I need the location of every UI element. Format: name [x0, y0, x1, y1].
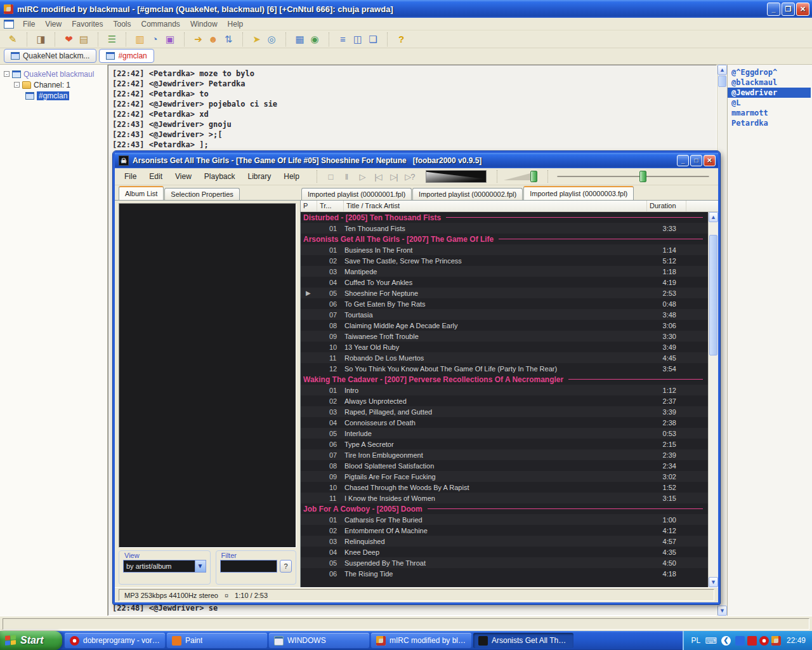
track-row[interactable]: ▶ 07 Tourtasia 3:48	[301, 309, 708, 320]
track-row[interactable]: ▶ 01 Business In The Front 1:14	[301, 244, 708, 255]
close-button[interactable]: ✕	[796, 3, 809, 16]
scroll-down-icon[interactable]: ▼	[709, 577, 718, 587]
toolbar-icon[interactable]	[55, 32, 76, 46]
toolbar-icon[interactable]	[126, 32, 147, 46]
tray-icon[interactable]	[771, 636, 781, 646]
user-row[interactable]: @Jewdriver	[728, 88, 811, 98]
playlist-rows[interactable]: Disturbed - [2005] Ten Thousand Fists ▶ …	[301, 212, 708, 587]
track-row[interactable]: ▶ 11 Robando De Los Muertos 4:45	[301, 352, 708, 363]
column-duration[interactable]: Duration	[647, 201, 686, 211]
taskbar-task-button[interactable]: mIRC modified by bla...	[371, 633, 471, 648]
userlist[interactable]: @^Eggdrop^ @blackmaul @Jewdriver @L mmar…	[727, 65, 812, 616]
track-row[interactable]: ▶ 11 I Know the Insides of Women 3:15	[301, 493, 708, 503]
scroll-down-icon[interactable]: ▼	[717, 606, 727, 616]
taskbar-task-button[interactable]: WINDOWS	[269, 633, 369, 648]
transport-button[interactable]	[403, 170, 417, 183]
track-row[interactable]: ▶ 07 Tire Iron Emblugeonment 2:39	[301, 449, 708, 460]
minimize-button[interactable]: _	[767, 3, 780, 16]
track-row[interactable]: ▶ 05 Interlude 0:53	[301, 428, 708, 439]
volume-slider[interactable]	[497, 170, 537, 183]
user-row[interactable]: @^Eggdrop^	[731, 67, 812, 77]
user-row[interactable]: Petardka	[731, 118, 812, 128]
column-title[interactable]: Title / Track Artist	[344, 201, 647, 211]
menu-item[interactable]: Commands	[136, 18, 185, 30]
panel-tab[interactable]: Selection Properties	[164, 188, 239, 200]
mirc-titlebar[interactable]: mIRC modified by blackmaul - [#gmclan (Q…	[0, 0, 812, 18]
track-row[interactable]: ▶ 06 The Rising Tide 4:18	[301, 568, 708, 579]
minimize-button[interactable]: _	[677, 155, 689, 166]
menu-item[interactable]: Tools	[108, 18, 136, 30]
toolbar-icon[interactable]	[285, 32, 307, 46]
taskbar-task-button[interactable]: Arsonists Get All The ...	[473, 633, 573, 648]
transport-button[interactable]	[339, 170, 353, 183]
track-row[interactable]: ▶ 02 Save The Castle, Screw The Princess…	[301, 255, 708, 266]
toolbar-icon[interactable]	[387, 32, 409, 46]
track-row[interactable]: ▶ 10 Chased Through the Woods By A Rapis…	[301, 482, 708, 493]
tray-icon[interactable]	[759, 636, 769, 646]
restore-button[interactable]: ❐	[782, 3, 795, 16]
tree-channelgroup-row[interactable]: - Channel: 1	[4, 79, 106, 90]
playlist-scrollbar[interactable]: ▲ ▼	[708, 212, 718, 587]
transport-button[interactable]	[371, 170, 385, 183]
close-button[interactable]: ✕	[704, 155, 716, 166]
filter-input[interactable]	[220, 560, 277, 573]
tree-server-row[interactable]: - QuakeNet blackmaul	[4, 69, 106, 79]
track-row[interactable]: ▶ 05 Suspended By The Throat 4:50	[301, 557, 708, 568]
track-row[interactable]: ▶ 09 Taiwanese Troft Trouble 3:30	[301, 331, 708, 342]
tray-icon[interactable]	[747, 636, 757, 646]
track-row[interactable]: ▶ 12 So You Think You Know About The Gam…	[301, 363, 708, 374]
track-row[interactable]: ▶ 04 Connoisseurs of Death 2:38	[301, 417, 708, 428]
track-row[interactable]: ▶ 02 Always Unprotected 2:37	[301, 395, 708, 406]
track-row[interactable]: ▶ 09 Pigtails Are For Face Fucking 3:02	[301, 471, 708, 482]
album-group-header[interactable]: Disturbed - [2005] Ten Thousand Fists	[301, 212, 708, 223]
clock[interactable]: 22:49	[787, 636, 806, 645]
track-row[interactable]: ▶ 03 Mantipede 1:18	[301, 266, 708, 277]
track-row[interactable]: ▶ 06 Type A Secretor 2:15	[301, 439, 708, 449]
track-row[interactable]: ▶ 06 To Get Eaten By The Rats 0:48	[301, 298, 708, 309]
toolbar-icon[interactable]	[5, 32, 20, 46]
album-group-header[interactable]: Job For A Cowboy - [2005] Doom	[301, 503, 708, 514]
track-row[interactable]: ▶ 04 Cuffed To Your Ankles 4:19	[301, 277, 708, 288]
transport-button[interactable]	[324, 170, 337, 183]
volume-thumb[interactable]	[530, 171, 537, 182]
playlist-tab[interactable]: Imported playlist (00000001.fpl)	[301, 188, 412, 200]
tray-icon[interactable]	[735, 636, 745, 646]
toolbar-icon[interactable]	[98, 32, 119, 46]
scroll-up-icon[interactable]: ▲	[709, 212, 718, 222]
track-row[interactable]: ▶ 01 Intro 1:12	[301, 385, 708, 395]
track-row[interactable]: ▶ 01 Ten Thousand Fists 3:33	[301, 223, 708, 234]
scroll-up-icon[interactable]: ▲	[717, 65, 727, 75]
collapse-icon[interactable]: -	[14, 82, 20, 88]
track-row[interactable]: ▶ 03 Raped, Pillaged, and Gutted 3:39	[301, 406, 708, 417]
menu-item[interactable]: File	[18, 18, 40, 30]
user-row[interactable]: mmarmott	[731, 108, 812, 118]
menu-item[interactable]: Window	[185, 18, 223, 30]
toolbar-icon[interactable]	[242, 32, 264, 46]
toolbar-icon[interactable]	[27, 32, 48, 46]
transport-button[interactable]	[387, 170, 401, 183]
scrollbar-thumb[interactable]	[718, 76, 726, 87]
user-row[interactable]: @blackmaul	[731, 77, 812, 88]
maximize-button[interactable]: □	[690, 155, 702, 166]
transport-button[interactable]	[355, 170, 369, 183]
toolbar-icon[interactable]	[147, 32, 162, 46]
menu-item[interactable]: Playback	[199, 171, 241, 182]
filter-help-button[interactable]: ?	[280, 560, 292, 573]
switchbar-tab[interactable]: QuakeNet blackm...	[4, 49, 96, 63]
track-row[interactable]: ▶ 10 13 Year Old Ruby 3:49	[301, 342, 708, 352]
column-p[interactable]: P	[301, 201, 317, 211]
toolbar-icon[interactable]	[206, 32, 221, 46]
playlist-tab[interactable]: Imported playlist (00000002.fpl)	[412, 188, 523, 200]
toolbar-icon[interactable]	[221, 32, 236, 46]
menu-item[interactable]: Library	[242, 171, 277, 182]
track-row[interactable]: ▶ 04 Knee Deep 4:35	[301, 547, 708, 557]
toolbar-icon[interactable]	[350, 32, 365, 46]
chevron-down-icon[interactable]: ▼	[195, 560, 206, 572]
playlist-tab[interactable]: Imported playlist (00000003.fpl)	[523, 186, 634, 200]
toolbar-icon[interactable]	[264, 32, 279, 46]
album-list-box[interactable]	[119, 203, 296, 548]
album-group-header[interactable]: Arsonists Get All The Girls - [2007] The…	[301, 234, 708, 244]
start-button[interactable]: Start	[0, 631, 62, 650]
track-row[interactable]: ▶ 03 Relinquished 4:57	[301, 536, 708, 547]
toolbar-icon[interactable]	[76, 32, 91, 46]
